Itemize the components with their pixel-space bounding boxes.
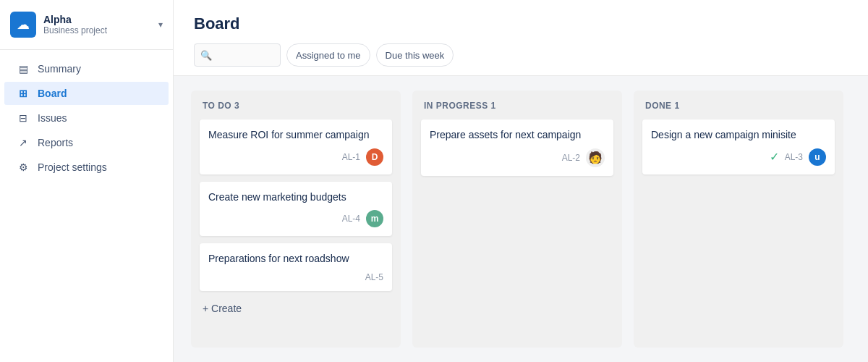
avatar: m bbox=[366, 210, 383, 227]
assigned-to-me-button[interactable]: Assigned to me bbox=[286, 43, 370, 67]
card-footer: AL-2🧑 bbox=[430, 148, 605, 167]
card-id: AL-3 bbox=[785, 152, 803, 162]
sidebar-nav: ▤Summary⊞Board⊟Issues↗Reports⚙Project se… bbox=[0, 50, 173, 186]
project-settings-icon: ⚙ bbox=[16, 161, 30, 173]
column-header-in-progress: IN PROGRESS 1 bbox=[421, 99, 613, 112]
card-title: Design a new campaign minisite bbox=[651, 128, 826, 143]
issues-icon: ⊟ bbox=[16, 112, 30, 124]
card-title: Prepare assets for next campaign bbox=[430, 128, 605, 143]
project-name: Alpha bbox=[43, 14, 158, 25]
card-id: AL-4 bbox=[342, 214, 360, 224]
board-icon: ⊞ bbox=[16, 88, 30, 99]
sidebar-item-label: Reports bbox=[38, 137, 73, 148]
project-logo: ☁ bbox=[10, 12, 36, 38]
board: TO DO 3Measure ROI for summer campaignAL… bbox=[174, 76, 868, 362]
search-icon: 🔍 bbox=[200, 50, 212, 61]
sidebar-item-summary[interactable]: ▤Summary bbox=[4, 57, 169, 80]
column-header-todo: TO DO 3 bbox=[200, 99, 392, 112]
card-footer: ✓AL-3u bbox=[651, 148, 826, 166]
avatar: u bbox=[809, 148, 826, 166]
project-header[interactable]: ☁ Alpha Business project ▾ bbox=[0, 0, 173, 50]
column-done: DONE 1Design a new campaign minisite✓AL-… bbox=[634, 90, 843, 348]
create-issue-button[interactable]: + Create bbox=[200, 298, 392, 319]
column-in-progress: IN PROGRESS 1Prepare assets for next cam… bbox=[412, 90, 622, 348]
search-box[interactable]: 🔍 bbox=[194, 43, 281, 67]
project-type: Business project bbox=[43, 25, 158, 35]
reports-icon: ↗ bbox=[16, 137, 30, 148]
card[interactable]: Preparations for next roadshowAL-5 bbox=[200, 243, 392, 291]
filter-bar: 🔍 Assigned to me Due this week bbox=[194, 43, 848, 67]
page-title: Board bbox=[194, 14, 848, 33]
due-this-week-button[interactable]: Due this week bbox=[376, 43, 454, 67]
project-info: Alpha Business project bbox=[43, 14, 158, 35]
card-title: Create new marketing budgets bbox=[208, 190, 383, 205]
sidebar-item-label: Project settings bbox=[38, 161, 107, 173]
card-footer: AL-4m bbox=[208, 210, 383, 227]
card-title: Measure ROI for summer campaign bbox=[208, 128, 383, 143]
avatar: D bbox=[366, 148, 383, 166]
page-header: Board 🔍 Assigned to me Due this week bbox=[174, 0, 868, 76]
sidebar-item-reports[interactable]: ↗Reports bbox=[4, 131, 169, 154]
column-todo: TO DO 3Measure ROI for summer campaignAL… bbox=[191, 90, 401, 348]
sidebar-item-label: Issues bbox=[38, 112, 67, 124]
card[interactable]: Design a new campaign minisite✓AL-3u bbox=[642, 119, 835, 174]
card-footer: AL-1D bbox=[208, 148, 383, 166]
card-id: AL-5 bbox=[365, 272, 383, 282]
sidebar-item-board[interactable]: ⊞Board bbox=[4, 82, 169, 105]
sidebar-item-label: Board bbox=[38, 88, 67, 99]
card-id: AL-2 bbox=[562, 153, 580, 163]
sidebar-item-project-settings[interactable]: ⚙Project settings bbox=[4, 156, 169, 179]
card-footer: AL-5 bbox=[208, 272, 383, 282]
check-icon: ✓ bbox=[770, 150, 779, 164]
sidebar: ☁ Alpha Business project ▾ ▤Summary⊞Boar… bbox=[0, 0, 174, 362]
avatar: 🧑 bbox=[586, 148, 605, 167]
card[interactable]: Create new marketing budgetsAL-4m bbox=[200, 182, 392, 237]
chevron-down-icon: ▾ bbox=[158, 20, 163, 30]
column-header-done: DONE 1 bbox=[642, 99, 835, 112]
card-title: Preparations for next roadshow bbox=[208, 252, 383, 266]
main-content: Board 🔍 Assigned to me Due this week TO … bbox=[174, 0, 868, 362]
summary-icon: ▤ bbox=[16, 63, 30, 75]
sidebar-item-label: Summary bbox=[38, 63, 81, 75]
card[interactable]: Prepare assets for next campaignAL-2🧑 bbox=[421, 119, 613, 176]
card[interactable]: Measure ROI for summer campaignAL-1D bbox=[200, 119, 392, 174]
card-id: AL-1 bbox=[342, 152, 360, 162]
sidebar-item-issues[interactable]: ⊟Issues bbox=[4, 106, 169, 130]
